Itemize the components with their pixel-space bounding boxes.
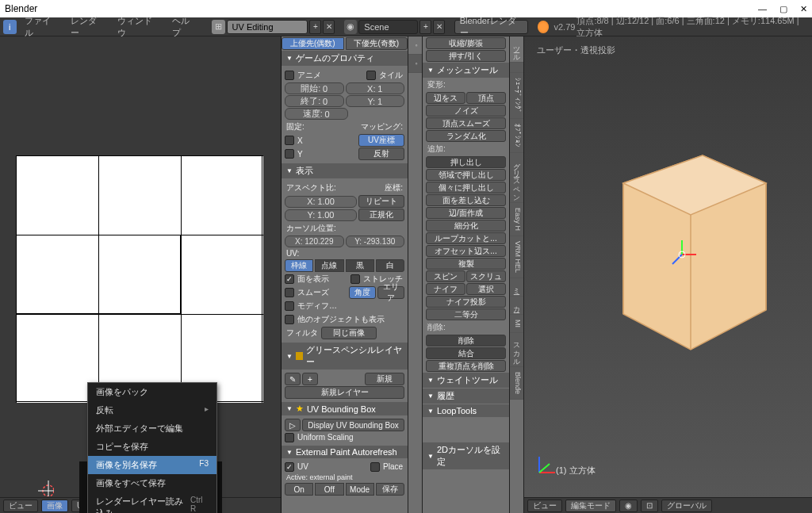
vtab-create[interactable]: 作成 <box>510 63 523 73</box>
gp-pencil-icon[interactable]: ✎ <box>285 373 301 385</box>
btn-normalize[interactable]: 正規化 <box>358 209 404 221</box>
vtab-ka[interactable]: カー <box>510 297 523 315</box>
header-ext[interactable]: External Paint Autorefresh <box>282 446 408 458</box>
btn-select[interactable]: 選択 <box>466 283 506 295</box>
btn-reflect[interactable]: 反射 <box>358 147 404 160</box>
btn-spin[interactable]: スピン <box>426 270 465 282</box>
field-cursor-x[interactable]: X: 120.229 <box>285 235 344 247</box>
btn-duplicate[interactable]: 複製 <box>426 258 506 270</box>
btn-gp-new-layer[interactable]: 新規レイヤー <box>285 386 404 399</box>
close-icon[interactable]: ✕ <box>800 4 807 14</box>
btn-vertex[interactable]: 頂点 <box>466 92 506 104</box>
layout-selector[interactable]: UV Editing <box>227 20 308 34</box>
menu-invert[interactable]: 反転▸ <box>88 401 216 419</box>
maximize-icon[interactable]: ▢ <box>779 4 787 14</box>
btn-gp-new[interactable]: 新規 <box>365 373 404 385</box>
btn-shrink[interactable]: 収縮/膨張 <box>426 37 506 49</box>
vtab-gp[interactable]: グリースペン <box>510 153 523 203</box>
btn-offset[interactable]: オフセット辺ス... <box>426 245 506 257</box>
btn-loopcut[interactable]: ループカットと... <box>426 232 506 244</box>
vtab-1[interactable]: ◦ <box>408 36 422 55</box>
header-bbox[interactable]: ★UV Bounding Box <box>282 402 408 415</box>
field-speed[interactable]: 速度: 0 <box>285 108 348 120</box>
footer-view[interactable]: ビュー <box>3 500 38 512</box>
layout-add-icon[interactable]: + <box>309 20 321 34</box>
field-aspect-y[interactable]: Y: 1.00 <box>285 209 357 221</box>
menu-save-copy[interactable]: コピーを保存 <box>88 438 216 456</box>
check-y[interactable] <box>285 149 294 159</box>
field-aspect-x[interactable]: X: 1.00 <box>285 196 357 208</box>
btn-push-pull[interactable]: 押す/引く <box>426 50 506 62</box>
manipulator-icon[interactable] <box>666 239 698 270</box>
check-show-face[interactable] <box>285 274 294 284</box>
tab-top-even[interactable]: 上優先(偶数) <box>282 37 344 50</box>
btn-outline[interactable]: 枠線 <box>285 259 313 272</box>
scene-icon[interactable]: ◉ <box>344 20 358 34</box>
3d-viewport[interactable]: ユーザー・透視投影 (1) 立方体 ビュー 編集モード ◉ ⊡ グローバル <box>524 36 812 513</box>
field-tx[interactable]: X: 1 <box>346 82 405 94</box>
btn-inset[interactable]: 面を差し込む <box>426 194 506 206</box>
btn-off[interactable]: Off <box>315 483 343 496</box>
check-tile[interactable] <box>366 71 376 80</box>
btn-knife[interactable]: ナイフ <box>426 283 465 295</box>
btn-merge[interactable]: 結合 <box>426 347 506 359</box>
btn-display-bbox[interactable]: Display UV Bounding Box <box>302 419 404 431</box>
header-2d-cursor[interactable]: 2Dカーソルを設定 <box>423 442 509 469</box>
vf-view[interactable]: ビュー <box>527 500 562 512</box>
vtab-mi[interactable]: ミー <box>510 278 523 297</box>
info-icon[interactable]: i <box>3 20 17 34</box>
field-cursor-y[interactable]: Y: -293.130 <box>346 235 405 247</box>
menu-read-render[interactable]: レンダーレイヤー読み込みCtrl R <box>88 492 216 513</box>
vtab-shading[interactable]: ｼｪｰﾃﾞｨﾝｸﾞ <box>510 73 523 119</box>
field-end[interactable]: 終了: 0 <box>285 95 344 107</box>
btn-area[interactable]: エリア <box>377 286 404 299</box>
btn-save[interactable]: 保存 <box>376 483 404 496</box>
menu-file[interactable]: ファイル <box>18 15 63 39</box>
btn-rm-doubles[interactable]: 重複頂点を削除 <box>426 360 506 372</box>
tab-top-odd[interactable]: 下優先(奇数) <box>346 37 408 50</box>
header-display[interactable]: 表示 <box>282 163 408 178</box>
gp-add-icon[interactable]: + <box>302 373 318 385</box>
btn-white[interactable]: 白 <box>376 259 404 272</box>
vtab-tools[interactable]: ツール <box>510 36 523 63</box>
uv-canvas[interactable] <box>16 155 263 403</box>
vtab-mi2[interactable]: MI <box>510 315 523 333</box>
btn-repeat[interactable]: リピート <box>358 195 404 208</box>
btn-subdivide[interactable]: 細分化 <box>426 220 506 232</box>
vtab-blende[interactable]: Blende <box>510 367 523 400</box>
btn-edge-slide[interactable]: 辺をス <box>426 92 465 104</box>
play-icon[interactable]: ▷ <box>285 419 301 431</box>
vtab-skull[interactable]: スカル <box>510 333 523 367</box>
header-weight[interactable]: ウェイトツール <box>423 373 509 388</box>
vf-global[interactable]: グローバル <box>661 500 712 512</box>
header-gp[interactable]: グリースペンシルレイヤー <box>282 343 408 369</box>
btn-angle[interactable]: 角度 <box>349 286 376 299</box>
vtab-2[interactable]: ◦ <box>408 55 422 73</box>
menu-pack-image[interactable]: 画像をパック <box>88 383 216 401</box>
menu-render[interactable]: レンダー <box>64 15 109 39</box>
check-place[interactable] <box>370 462 380 472</box>
btn-on[interactable]: On <box>285 483 313 496</box>
header-looptools[interactable]: LoopTools <box>423 404 509 417</box>
btn-mode[interactable]: Mode <box>346 483 374 496</box>
layout-icon[interactable]: ⊞ <box>212 20 225 34</box>
vtab-options[interactable]: ｵﾌﾟｼｮﾝ <box>510 119 523 153</box>
btn-black[interactable]: 黒 <box>346 259 374 272</box>
menu-edit-external[interactable]: 外部エディターで編集 <box>88 419 216 438</box>
btn-extrude[interactable]: 押し出し <box>426 156 506 168</box>
check-modifier[interactable] <box>285 301 294 311</box>
btn-screw[interactable]: スクリュ <box>466 270 506 282</box>
scene-add-icon[interactable]: + <box>419 20 431 34</box>
header-mesh-tools[interactable]: メッシュツール <box>423 63 509 78</box>
check-smooth[interactable] <box>285 288 294 297</box>
btn-noise[interactable]: ノイズ <box>426 105 506 117</box>
menu-help[interactable]: ヘルプ <box>166 15 203 39</box>
vtab-easyh[interactable]: Easy H <box>510 203 523 236</box>
scene-selector[interactable]: Scene <box>358 20 418 34</box>
vf-edit-mode[interactable]: 編集モード <box>565 500 616 512</box>
btn-edge-face[interactable]: 辺/面作成 <box>426 207 506 219</box>
footer-image[interactable]: 画像 <box>41 500 68 512</box>
menu-save-all[interactable]: 画像をすべて保存 <box>88 474 216 492</box>
check-other-obj[interactable] <box>285 315 294 324</box>
layout-remove-icon[interactable]: ✕ <box>323 20 335 34</box>
